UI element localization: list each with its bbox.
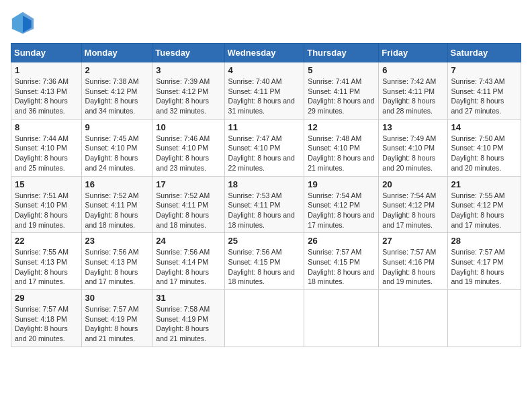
calendar-cell: 9Sunrise: 7:45 AMSunset: 4:10 PMDaylight…	[81, 119, 152, 176]
day-number: 5	[308, 65, 375, 75]
cell-info: Sunrise: 7:40 AMSunset: 4:11 PMDaylight:…	[228, 77, 295, 115]
calendar-cell	[379, 290, 447, 347]
day-number: 23	[85, 236, 149, 246]
calendar-cell: 1Sunrise: 7:36 AMSunset: 4:13 PMDaylight…	[11, 62, 82, 120]
cell-info: Sunrise: 7:54 AMSunset: 4:12 PMDaylight:…	[308, 191, 374, 229]
calendar-day-header: Friday	[379, 44, 447, 62]
cell-info: Sunrise: 7:57 AMSunset: 4:16 PMDaylight:…	[382, 248, 436, 285]
cell-info: Sunrise: 7:56 AMSunset: 4:13 PMDaylight:…	[85, 248, 139, 285]
calendar-day-header: Wednesday	[224, 44, 304, 62]
calendar-cell: 29Sunrise: 7:57 AMSunset: 4:18 PMDayligh…	[11, 290, 82, 347]
day-number: 9	[85, 122, 149, 132]
cell-info: Sunrise: 7:39 AMSunset: 4:12 PMDaylight:…	[156, 77, 210, 115]
calendar-week-row: 8Sunrise: 7:44 AMSunset: 4:10 PMDaylight…	[11, 119, 521, 176]
calendar-week-row: 15Sunrise: 7:51 AMSunset: 4:10 PMDayligh…	[11, 176, 521, 233]
calendar-cell: 20Sunrise: 7:54 AMSunset: 4:12 PMDayligh…	[379, 176, 447, 233]
cell-info: Sunrise: 7:52 AMSunset: 4:11 PMDaylight:…	[85, 191, 139, 229]
cell-info: Sunrise: 7:55 AMSunset: 4:12 PMDaylight:…	[451, 191, 505, 229]
calendar-cell: 21Sunrise: 7:55 AMSunset: 4:12 PMDayligh…	[447, 176, 521, 233]
cell-info: Sunrise: 7:38 AMSunset: 4:12 PMDaylight:…	[85, 77, 139, 115]
day-number: 27	[382, 236, 443, 246]
calendar-cell: 27Sunrise: 7:57 AMSunset: 4:16 PMDayligh…	[379, 233, 447, 290]
calendar-day-header: Saturday	[447, 44, 521, 62]
day-number: 11	[228, 122, 301, 132]
calendar-week-row: 22Sunrise: 7:55 AMSunset: 4:13 PMDayligh…	[11, 233, 521, 290]
day-number: 20	[382, 179, 443, 189]
calendar-cell: 17Sunrise: 7:52 AMSunset: 4:11 PMDayligh…	[152, 176, 224, 233]
day-number: 6	[382, 65, 443, 75]
cell-info: Sunrise: 7:52 AMSunset: 4:11 PMDaylight:…	[156, 191, 210, 229]
calendar-cell: 22Sunrise: 7:55 AMSunset: 4:13 PMDayligh…	[11, 233, 82, 290]
day-number: 7	[451, 65, 517, 75]
day-number: 25	[228, 236, 301, 246]
svg-marker-2	[12, 12, 23, 34]
cell-info: Sunrise: 7:41 AMSunset: 4:11 PMDaylight:…	[308, 77, 374, 115]
page-header	[11, 11, 521, 35]
day-number: 16	[85, 179, 149, 189]
calendar-cell: 26Sunrise: 7:57 AMSunset: 4:15 PMDayligh…	[304, 233, 379, 290]
calendar-cell: 30Sunrise: 7:57 AMSunset: 4:19 PMDayligh…	[81, 290, 152, 347]
cell-info: Sunrise: 7:46 AMSunset: 4:10 PMDaylight:…	[156, 134, 210, 172]
calendar-cell	[224, 290, 304, 347]
day-number: 15	[15, 179, 78, 189]
cell-info: Sunrise: 7:48 AMSunset: 4:10 PMDaylight:…	[308, 134, 374, 172]
day-number: 13	[382, 122, 443, 132]
cell-info: Sunrise: 7:43 AMSunset: 4:11 PMDaylight:…	[451, 77, 505, 115]
day-number: 28	[451, 236, 517, 246]
day-number: 18	[228, 179, 301, 189]
calendar-cell: 7Sunrise: 7:43 AMSunset: 4:11 PMDaylight…	[447, 62, 521, 120]
day-number: 31	[156, 293, 220, 303]
logo	[11, 11, 38, 35]
calendar-week-row: 1Sunrise: 7:36 AMSunset: 4:13 PMDaylight…	[11, 62, 521, 120]
calendar-cell: 2Sunrise: 7:38 AMSunset: 4:12 PMDaylight…	[81, 62, 152, 120]
calendar-day-header: Sunday	[11, 44, 82, 62]
day-number: 1	[15, 65, 78, 75]
calendar-cell	[447, 290, 521, 347]
calendar-cell	[304, 290, 379, 347]
day-number: 8	[15, 122, 78, 132]
day-number: 29	[15, 293, 78, 303]
cell-info: Sunrise: 7:44 AMSunset: 4:10 PMDaylight:…	[15, 134, 69, 172]
calendar-cell: 28Sunrise: 7:57 AMSunset: 4:17 PMDayligh…	[447, 233, 521, 290]
cell-info: Sunrise: 7:57 AMSunset: 4:19 PMDaylight:…	[85, 305, 139, 342]
calendar-cell: 8Sunrise: 7:44 AMSunset: 4:10 PMDaylight…	[11, 119, 82, 176]
calendar-cell: 13Sunrise: 7:49 AMSunset: 4:10 PMDayligh…	[379, 119, 447, 176]
cell-info: Sunrise: 7:47 AMSunset: 4:10 PMDaylight:…	[228, 134, 295, 172]
calendar-day-header: Tuesday	[152, 44, 224, 62]
calendar-day-header: Thursday	[304, 44, 379, 62]
cell-info: Sunrise: 7:36 AMSunset: 4:13 PMDaylight:…	[15, 77, 69, 115]
cell-info: Sunrise: 7:45 AMSunset: 4:10 PMDaylight:…	[85, 134, 139, 172]
cell-info: Sunrise: 7:53 AMSunset: 4:11 PMDaylight:…	[228, 191, 295, 229]
calendar-table: SundayMondayTuesdayWednesdayThursdayFrid…	[11, 43, 521, 347]
calendar-week-row: 29Sunrise: 7:57 AMSunset: 4:18 PMDayligh…	[11, 290, 521, 347]
calendar-cell: 14Sunrise: 7:50 AMSunset: 4:10 PMDayligh…	[447, 119, 521, 176]
calendar-cell: 24Sunrise: 7:56 AMSunset: 4:14 PMDayligh…	[152, 233, 224, 290]
cell-info: Sunrise: 7:42 AMSunset: 4:11 PMDaylight:…	[382, 77, 436, 115]
calendar-cell: 11Sunrise: 7:47 AMSunset: 4:10 PMDayligh…	[224, 119, 304, 176]
day-number: 22	[15, 236, 78, 246]
day-number: 12	[308, 122, 375, 132]
cell-info: Sunrise: 7:49 AMSunset: 4:10 PMDaylight:…	[382, 134, 436, 172]
day-number: 2	[85, 65, 149, 75]
cell-info: Sunrise: 7:57 AMSunset: 4:18 PMDaylight:…	[15, 305, 69, 342]
day-number: 26	[308, 236, 375, 246]
day-number: 3	[156, 65, 220, 75]
day-number: 4	[228, 65, 301, 75]
calendar-cell: 25Sunrise: 7:56 AMSunset: 4:15 PMDayligh…	[224, 233, 304, 290]
cell-info: Sunrise: 7:54 AMSunset: 4:12 PMDaylight:…	[382, 191, 436, 229]
calendar-cell: 6Sunrise: 7:42 AMSunset: 4:11 PMDaylight…	[379, 62, 447, 120]
cell-info: Sunrise: 7:56 AMSunset: 4:14 PMDaylight:…	[156, 248, 210, 285]
cell-info: Sunrise: 7:57 AMSunset: 4:17 PMDaylight:…	[451, 248, 505, 285]
calendar-body: 1Sunrise: 7:36 AMSunset: 4:13 PMDaylight…	[11, 62, 521, 347]
calendar-cell: 3Sunrise: 7:39 AMSunset: 4:12 PMDaylight…	[152, 62, 224, 120]
calendar-cell: 31Sunrise: 7:58 AMSunset: 4:19 PMDayligh…	[152, 290, 224, 347]
calendar-cell: 12Sunrise: 7:48 AMSunset: 4:10 PMDayligh…	[304, 119, 379, 176]
calendar-day-header: Monday	[81, 44, 152, 62]
calendar-cell: 19Sunrise: 7:54 AMSunset: 4:12 PMDayligh…	[304, 176, 379, 233]
day-number: 10	[156, 122, 220, 132]
cell-info: Sunrise: 7:50 AMSunset: 4:10 PMDaylight:…	[451, 134, 505, 172]
cell-info: Sunrise: 7:51 AMSunset: 4:10 PMDaylight:…	[15, 191, 69, 229]
cell-info: Sunrise: 7:55 AMSunset: 4:13 PMDaylight:…	[15, 248, 69, 285]
day-number: 21	[451, 179, 517, 189]
day-number: 30	[85, 293, 149, 303]
